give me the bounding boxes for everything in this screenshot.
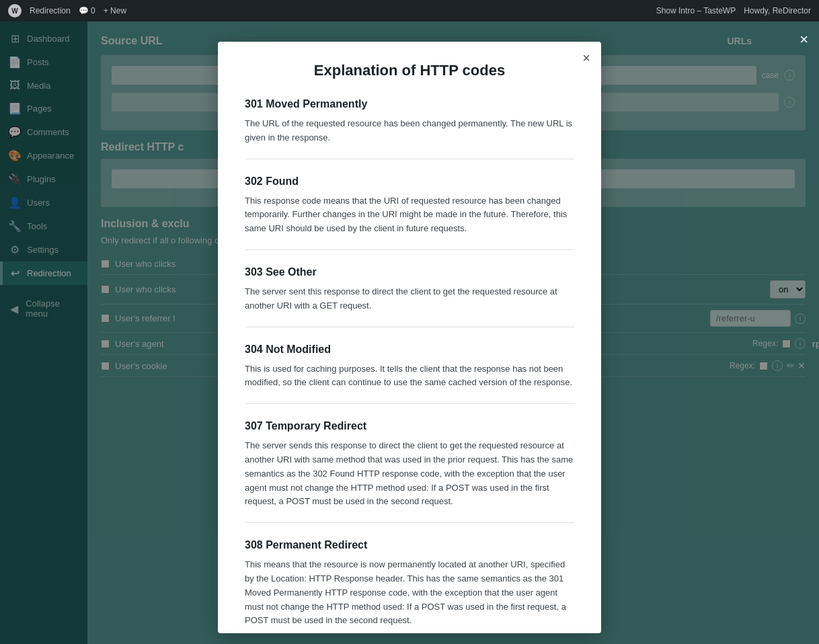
- modal-overlay[interactable]: × Explanation of HTTP codes 301 Moved Pe…: [0, 22, 819, 644]
- http-code-303-title: 303 See Other: [245, 266, 574, 278]
- modal-title: Explanation of HTTP codes: [245, 62, 574, 79]
- overlay-close-button[interactable]: ×: [800, 31, 808, 48]
- howdy-label[interactable]: Howdy, ReDirector: [744, 6, 811, 15]
- new-menu[interactable]: + New: [104, 6, 126, 15]
- http-code-301-title: 301 Moved Permanently: [245, 98, 574, 110]
- http-code-302-desc: This response code means that the URI of…: [245, 194, 574, 236]
- http-code-302-title: 302 Found: [245, 175, 574, 188]
- site-name[interactable]: Redirection: [30, 6, 71, 15]
- http-code-307-title: 307 Temporary Redirect: [245, 420, 574, 432]
- http-code-304-desc: This is used for caching purposes. It te…: [245, 362, 574, 391]
- http-code-303-desc: The server sent this response to direct …: [245, 285, 574, 313]
- admin-bar-right: Show Intro – TasteWP Howdy, ReDirector: [656, 6, 811, 15]
- http-code-304-title: 304 Not Modified: [245, 344, 574, 356]
- http-code-307-desc: The server sends this response to direct…: [245, 439, 574, 509]
- http-code-304: 304 Not Modified This is used for cachin…: [245, 344, 574, 405]
- http-code-303: 303 See Other The server sent this respo…: [245, 266, 574, 327]
- http-code-307: 307 Temporary Redirect The server sends …: [245, 420, 574, 523]
- wordpress-logo[interactable]: W: [8, 4, 22, 17]
- http-code-301: 301 Moved Permanently The URL of the req…: [245, 98, 574, 159]
- http-code-308-desc: This means that the resource is now perm…: [245, 558, 574, 628]
- http-codes-modal: × Explanation of HTTP codes 301 Moved Pe…: [218, 42, 601, 633]
- admin-bar-left: W Redirection 💬 0 + New: [8, 4, 126, 17]
- http-code-301-desc: The URL of the requested resource has be…: [245, 117, 574, 145]
- http-code-302: 302 Found This response code means that …: [245, 175, 574, 250]
- http-code-308: 308 Permanent Redirect This means that t…: [245, 539, 574, 633]
- show-intro-link[interactable]: Show Intro – TasteWP: [656, 6, 736, 15]
- comment-count[interactable]: 💬 0: [79, 6, 95, 15]
- modal-close-button[interactable]: ×: [582, 51, 590, 65]
- http-code-308-title: 308 Permanent Redirect: [245, 539, 574, 551]
- admin-bar: W Redirection 💬 0 + New Show Intro – Tas…: [0, 0, 819, 22]
